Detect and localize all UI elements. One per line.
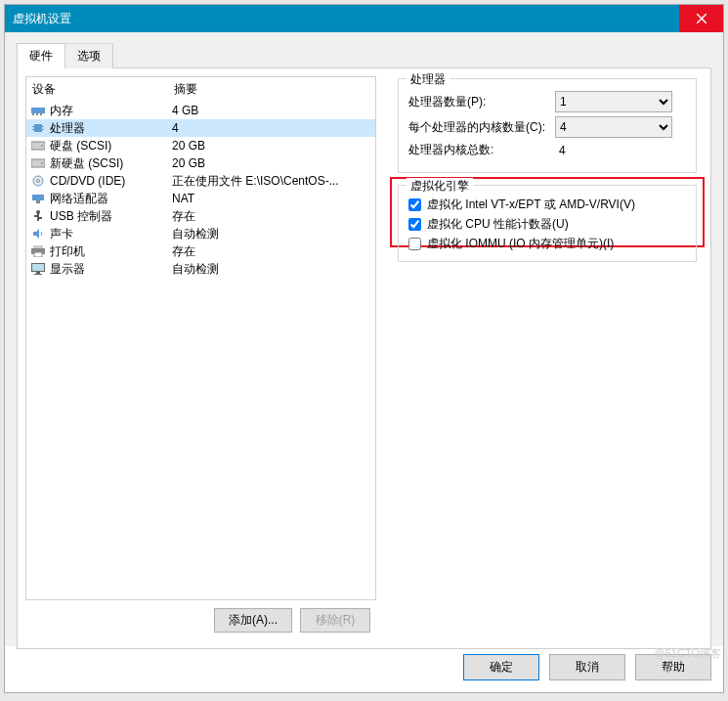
device-listbox[interactable]: 设备 摘要 内存4 GB处理器4硬盘 (SCSI)20 GB新硬盘 (SCSI)… [25, 76, 376, 600]
close-icon [697, 14, 707, 23]
device-row[interactable]: 打印机存在 [26, 242, 375, 260]
sound-icon [30, 226, 46, 241]
total-cores-value: 4 [555, 144, 672, 157]
tab-hardware[interactable]: 硬件 [17, 43, 65, 68]
printer-icon [30, 243, 46, 259]
device-name: 新硬盘 (SCSI) [50, 155, 172, 172]
device-summary: 存在 [172, 208, 371, 225]
tabs: 硬件 选项 [17, 43, 711, 68]
close-button[interactable] [679, 5, 723, 32]
header-device: 设备 [32, 81, 174, 98]
list-buttons: 添加(A)... 移除(R) [25, 600, 376, 640]
virt-perf-label[interactable]: 虚拟化 CPU 性能计数器(U) [427, 216, 569, 233]
device-row[interactable]: 处理器4 [26, 119, 375, 137]
device-row[interactable]: 硬盘 (SCSI)20 GB [26, 137, 375, 154]
device-name: 内存 [50, 103, 172, 119]
svg-rect-23 [33, 245, 43, 248]
device-row[interactable]: 网络适配器NAT [26, 190, 375, 207]
svg-point-12 [41, 145, 43, 147]
processor-group: 处理器 处理器数量(P): 1 每个处理器的内核数量(C): 4 处理器内核总数… [398, 78, 697, 173]
device-name: 网络适配器 [50, 191, 172, 207]
svg-rect-6 [34, 124, 42, 132]
virt-vt-checkbox[interactable] [408, 198, 421, 211]
svg-rect-4 [36, 113, 38, 115]
device-name: USB 控制器 [50, 208, 172, 225]
svg-rect-29 [34, 274, 42, 275]
display-icon [30, 261, 46, 277]
cores-per-processor-label: 每个处理器的内核数量(C): [408, 119, 555, 136]
virt-engine-group: 虚拟化引擎 虚拟化 Intel VT-x/EPT 或 AMD-V/RVI(V) … [398, 185, 697, 262]
device-name: 打印机 [50, 243, 172, 260]
tab-content: 设备 摘要 内存4 GB处理器4硬盘 (SCSI)20 GB新硬盘 (SCSI)… [17, 67, 711, 649]
svg-rect-25 [34, 252, 42, 257]
hardware-list-panel: 设备 摘要 内存4 GB处理器4硬盘 (SCSI)20 GB新硬盘 (SCSI)… [18, 68, 384, 648]
svg-rect-2 [31, 108, 45, 113]
virt-iommu-label[interactable]: 虚拟化 IOMMU (IO 内存管理单元)(I) [427, 236, 614, 252]
device-row[interactable]: 显示器自动检测 [26, 260, 375, 278]
device-summary: 20 GB [172, 139, 371, 153]
virt-engine-legend: 虚拟化引擎 [407, 178, 473, 195]
svg-rect-27 [32, 264, 44, 271]
device-summary: 4 GB [172, 104, 371, 117]
processor-legend: 处理器 [407, 71, 450, 88]
cores-per-processor-select[interactable]: 4 [555, 116, 672, 138]
device-name: 处理器 [50, 120, 172, 137]
virt-perf-checkbox[interactable] [408, 218, 421, 231]
remove-button[interactable]: 移除(R) [300, 608, 370, 633]
window-title: 虚拟机设置 [13, 11, 71, 27]
network-icon [30, 191, 46, 206]
svg-rect-3 [32, 113, 34, 115]
watermark-text: @51CTO博客 [655, 646, 721, 661]
cpu-icon [30, 120, 46, 136]
usb-icon [30, 208, 46, 224]
device-row[interactable]: CD/DVD (IDE)正在使用文件 E:\ISO\CentOS-... [26, 172, 375, 190]
total-cores-label: 处理器内核总数: [408, 142, 555, 158]
header-summary: 摘要 [174, 81, 197, 98]
device-summary: 存在 [172, 243, 371, 260]
titlebar: 虚拟机设置 [5, 5, 723, 32]
device-summary: 20 GB [172, 156, 371, 170]
device-row[interactable]: 声卡自动检测 [26, 225, 375, 242]
svg-rect-8 [32, 129, 34, 130]
processor-count-label: 处理器数量(P): [408, 94, 555, 110]
dialog-body: 硬件 选项 设备 摘要 内存4 GB处理器4硬盘 (SCSI)20 GB新硬盘 … [5, 32, 723, 646]
svg-rect-10 [42, 129, 44, 130]
memory-icon [30, 103, 46, 118]
ok-button[interactable]: 确定 [463, 654, 539, 680]
tab-options[interactable]: 选项 [64, 43, 113, 68]
device-name: CD/DVD (IDE) [50, 174, 172, 188]
svg-rect-7 [32, 126, 34, 127]
hdd-icon [30, 138, 46, 153]
cd-icon [30, 173, 46, 189]
svg-point-16 [37, 180, 40, 183]
device-name: 声卡 [50, 226, 172, 242]
svg-rect-17 [32, 195, 44, 200]
vm-settings-dialog: 虚拟机设置 硬件 选项 设备 摘要 内存4 GB处理器4硬盘 (SCSI)20 … [4, 4, 724, 693]
svg-rect-9 [42, 126, 44, 127]
device-summary: 正在使用文件 E:\ISO\CentOS-... [172, 173, 371, 190]
svg-rect-28 [36, 272, 40, 274]
svg-rect-5 [40, 113, 42, 115]
svg-rect-22 [39, 217, 42, 219]
device-name: 硬盘 (SCSI) [50, 138, 172, 154]
device-summary: 自动检测 [172, 261, 371, 278]
virt-iommu-checkbox[interactable] [408, 238, 421, 250]
svg-rect-20 [37, 212, 39, 221]
virt-vt-label[interactable]: 虚拟化 Intel VT-x/EPT 或 AMD-V/RVI(V) [427, 197, 635, 213]
svg-point-14 [41, 162, 43, 164]
device-row[interactable]: 新硬盘 (SCSI)20 GB [26, 154, 375, 172]
list-header-row: 设备 摘要 [26, 77, 375, 102]
device-name: 显示器 [50, 261, 172, 278]
device-summary: 4 [172, 121, 371, 135]
detail-panel: 处理器 处理器数量(P): 1 每个处理器的内核数量(C): 4 处理器内核总数… [384, 68, 710, 648]
device-row[interactable]: 内存4 GB [26, 102, 375, 119]
add-button[interactable]: 添加(A)... [214, 608, 292, 633]
svg-rect-18 [36, 200, 40, 203]
processor-count-select[interactable]: 1 [555, 91, 672, 112]
device-summary: 自动检测 [172, 226, 371, 242]
svg-rect-21 [34, 215, 37, 217]
cancel-button[interactable]: 取消 [549, 654, 625, 680]
device-row[interactable]: USB 控制器存在 [26, 207, 375, 225]
device-summary: NAT [172, 192, 371, 205]
hdd-icon [30, 155, 46, 171]
